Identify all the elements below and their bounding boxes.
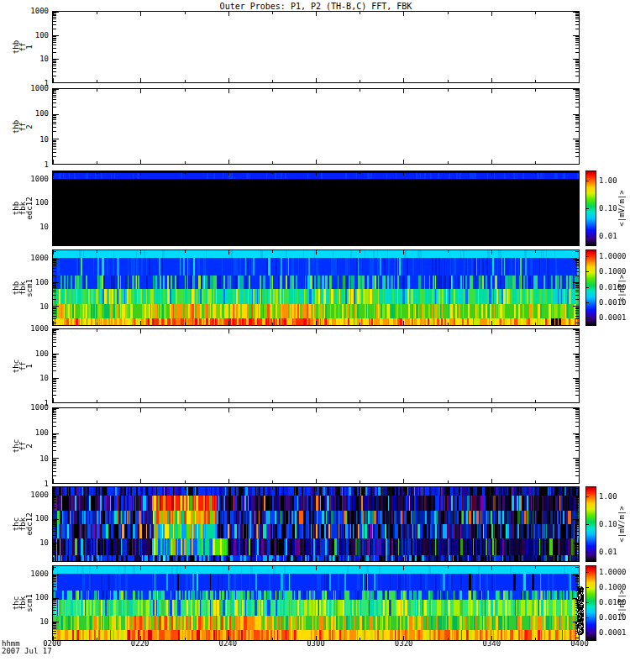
y-tick [53, 366, 56, 367]
x-tick [491, 557, 492, 561]
y-tick [573, 282, 579, 283]
x-tick [579, 329, 580, 333]
y-tick [575, 549, 579, 550]
y-tick [575, 24, 579, 25]
y-tick [575, 575, 579, 576]
y-tick [53, 35, 59, 36]
x-tick [185, 89, 186, 92]
y-tick [575, 337, 579, 338]
y-tick [575, 576, 579, 577]
y-tick [575, 260, 579, 260]
y-tick [575, 414, 579, 415]
y-tick [53, 318, 56, 319]
y-tick [575, 501, 579, 501]
x-tick [579, 89, 580, 93]
y-tick [575, 299, 579, 300]
y-tick [53, 38, 56, 39]
y-tick [53, 12, 59, 13]
y-tick [575, 71, 579, 72]
x-tick [360, 323, 360, 325]
overplotted-text-artifact [577, 586, 584, 635]
y-tick [53, 586, 56, 587]
panel-label-thb-fbk-scm1: thbfbkscm1 [3, 249, 42, 326]
x-tick [360, 89, 360, 92]
y-tick [575, 60, 579, 60]
y-tick [575, 580, 579, 580]
x-tick [360, 408, 360, 411]
x-tick [316, 398, 317, 402]
y-tick [575, 295, 579, 296]
x-tick [535, 329, 536, 332]
x-tick [185, 12, 186, 14]
x-tick [579, 398, 580, 402]
y-tick [53, 379, 56, 380]
x-tick [360, 480, 360, 483]
y-tick [575, 395, 579, 396]
x-tick [448, 408, 449, 411]
x-tick [316, 479, 317, 483]
x-tick [535, 400, 536, 402]
x-tick [272, 171, 273, 174]
y-tick [53, 512, 56, 512]
colorbar-axis-label-wrap: <|nT|> [615, 565, 628, 641]
y-tick [575, 437, 579, 438]
x-tick [228, 241, 229, 245]
y-tick [53, 114, 59, 115]
x-tick [185, 487, 186, 490]
x-tick [228, 250, 229, 255]
y-tick [53, 139, 59, 139]
x-tick [579, 160, 580, 164]
y-tick [575, 499, 579, 500]
y-tick [575, 584, 579, 585]
x-tick-label: 0300 [297, 640, 334, 648]
x-tick [97, 487, 97, 490]
y-tick [53, 203, 59, 204]
y-tick [53, 271, 56, 272]
colorbar-axis-label: <|nT|> [618, 590, 625, 617]
y-tick [575, 143, 579, 144]
y-tick [53, 208, 56, 209]
y-tick [575, 285, 579, 286]
y-tick [53, 334, 56, 335]
x-tick [272, 329, 273, 332]
y-tick [53, 497, 56, 498]
y-tick [575, 140, 579, 141]
x-tick [97, 323, 97, 325]
x-tick [97, 400, 97, 402]
y-tick [575, 313, 579, 314]
y-tick [53, 52, 56, 53]
y-tick [575, 271, 579, 272]
x-tick [535, 559, 536, 561]
y-tick [53, 40, 56, 41]
x-tick [360, 566, 360, 569]
y-tick [53, 342, 56, 343]
x-tick [272, 480, 273, 483]
y-tick [53, 623, 56, 624]
y-tick [53, 295, 56, 296]
x-tick [535, 323, 536, 325]
y-tick [53, 119, 56, 120]
y-tick [53, 395, 56, 396]
y-tick [575, 144, 579, 145]
y-tick [575, 36, 579, 37]
y-tick [573, 458, 579, 459]
x-tick [448, 161, 449, 164]
y-tick [53, 614, 56, 615]
y-tick [575, 381, 579, 382]
y-tick [53, 543, 59, 543]
colorbar-axis-label: <|mV/m|> [618, 190, 625, 226]
x-tick [448, 12, 449, 14]
y-tick [53, 468, 56, 469]
x-tick [228, 78, 229, 82]
colorbar-tick [586, 302, 589, 303]
y-tick [53, 364, 56, 365]
x-tick [316, 557, 317, 561]
y-tick [53, 339, 56, 340]
y-tick [575, 239, 579, 239]
x-axis-date-label: 2007 Jul 17 [2, 648, 52, 655]
x-tick [535, 638, 536, 640]
panel-label-line: 1 [26, 40, 33, 54]
colorbar-tick [586, 572, 589, 573]
x-tick [403, 479, 404, 483]
y-tick [53, 282, 59, 283]
